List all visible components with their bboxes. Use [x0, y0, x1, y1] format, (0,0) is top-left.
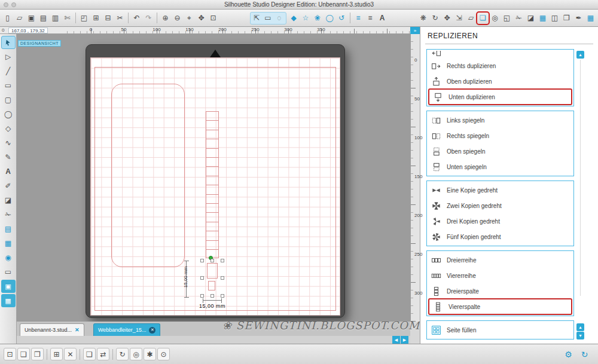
- save-icon[interactable]: ▣: [26, 13, 37, 24]
- select-icon[interactable]: ⇱: [251, 13, 263, 24]
- effects-panel-icon[interactable]: ❋: [417, 13, 429, 24]
- replicate-option-rotate-three[interactable]: Drei Kopien gedreht: [427, 213, 573, 229]
- minimize-window-icon[interactable]: [11, 2, 16, 7]
- shape-flower-icon[interactable]: ❀: [312, 13, 324, 24]
- shear-panel-icon[interactable]: ▱: [465, 13, 477, 24]
- modify-panel-icon[interactable]: ◱: [501, 13, 512, 24]
- replicate-option-rotate-one[interactable]: Eine Kopie gedreht: [427, 182, 573, 198]
- selection-handle[interactable]: [210, 259, 214, 262]
- undo-icon[interactable]: ↶: [131, 13, 142, 24]
- small-cell-shape[interactable]: [208, 281, 215, 290]
- panel-scroll-down-icon[interactable]: ▼: [576, 332, 584, 339]
- design-canvas[interactable]: 15,00 mm 15,00 mm: [17, 34, 410, 322]
- pages-panel-icon[interactable]: ❐: [561, 13, 572, 24]
- replicate-option-row-of-four[interactable]: Viererreihe: [427, 268, 573, 283]
- selection-handle[interactable]: [200, 259, 204, 262]
- redo-icon[interactable]: ↷: [143, 13, 154, 24]
- select-tool-icon[interactable]: [1, 36, 16, 49]
- select-all-icon[interactable]: ⊡: [4, 348, 16, 360]
- line-tool-icon[interactable]: ╱: [1, 65, 16, 78]
- rotate-object-icon[interactable]: ↻: [116, 348, 129, 360]
- replicate-option-mirror-down[interactable]: Unten spiegeln: [427, 159, 573, 175]
- polygon-tool-icon[interactable]: ◇: [1, 122, 16, 135]
- selection-handle[interactable]: [200, 276, 204, 280]
- pixscan-panel-icon[interactable]: ▦: [537, 13, 548, 24]
- replicate-option-column-of-four[interactable]: Viererspalte: [429, 299, 572, 314]
- panel-scroll-up2-icon[interactable]: ▲: [576, 323, 584, 331]
- window-tool-icon[interactable]: ▭: [1, 265, 16, 279]
- move-panel-icon[interactable]: ✥: [441, 13, 453, 24]
- sync-icon[interactable]: ↻: [578, 348, 591, 360]
- pan-icon[interactable]: ✥: [196, 13, 207, 24]
- text-tool-icon[interactable]: A: [1, 165, 16, 178]
- selected-cell-shape[interactable]: [207, 263, 218, 279]
- selection-handle[interactable]: [221, 259, 224, 262]
- knife-tool-icon[interactable]: ✁: [1, 208, 16, 221]
- group-icon[interactable]: ❏: [17, 348, 30, 360]
- open-icon[interactable]: ▱: [14, 13, 25, 24]
- replicate-option-duplicate-up[interactable]: Oben duplizieren: [427, 74, 573, 89]
- point-edit-tool-icon[interactable]: ▷: [1, 50, 16, 63]
- replicate-option-mirror-right[interactable]: Rechts spiegeln: [427, 128, 573, 143]
- rounded-rectangle-tool-icon[interactable]: ▢: [1, 93, 16, 106]
- notes-tool-icon[interactable]: ✐: [1, 179, 16, 192]
- center-object-icon[interactable]: ◎: [130, 348, 142, 360]
- draw-tool-icon[interactable]: ✎: [1, 151, 16, 164]
- close-window-icon[interactable]: [4, 2, 8, 7]
- eraser-tool-icon[interactable]: ◪: [1, 194, 16, 207]
- offset-panel-icon[interactable]: ◎: [489, 13, 501, 24]
- replicate-option-column-of-three[interactable]: Dreierspalte: [427, 283, 573, 299]
- shape-circle-icon[interactable]: ◯: [324, 13, 335, 24]
- replicate-option-fill-page[interactable]: Seite füllen: [427, 322, 573, 338]
- grid-panel-icon[interactable]: ▦: [585, 13, 596, 24]
- tab-webbandleiter[interactable]: Webbandleiter_15... ✕: [93, 323, 160, 336]
- attach-icon[interactable]: ⊙: [157, 348, 170, 360]
- shape-pentagon-icon[interactable]: ◆: [288, 13, 300, 24]
- send-to-silhouette-icon[interactable]: ✄: [62, 13, 73, 24]
- rectangle-tool-icon[interactable]: ▭: [1, 79, 16, 92]
- new-document-icon[interactable]: ▯: [2, 13, 13, 24]
- replicate-option-duplicate-right[interactable]: Rechts duplizieren: [427, 58, 573, 74]
- replicate-option-mirror-left[interactable]: Links spiegeln: [427, 112, 573, 128]
- panel-expand-button[interactable]: »: [410, 27, 420, 34]
- save-library-icon[interactable]: ▤: [38, 13, 49, 24]
- zoom-out-icon[interactable]: ⊖: [172, 13, 183, 24]
- rounded-rectangle-shape[interactable]: [111, 84, 185, 267]
- replicate-option-rotate-two[interactable]: Zwei Kopien gedreht: [427, 198, 573, 213]
- replicate-option-rotate-five[interactable]: Fünf Kopien gedreht: [427, 229, 573, 244]
- tab-unbenannt[interactable]: Unbenannt-3.stud... ✕: [20, 323, 84, 336]
- scroll-right-icon[interactable]: ▶: [401, 336, 408, 344]
- ladder-strip-shape[interactable]: [206, 111, 219, 258]
- window-controls[interactable]: [4, 2, 16, 7]
- page-thumbnail2-icon[interactable]: ▦: [1, 294, 16, 307]
- paste-icon[interactable]: ⊟: [102, 13, 114, 24]
- tab-close-icon[interactable]: ✕: [75, 327, 80, 333]
- fit-page-icon[interactable]: ⊡: [208, 13, 219, 24]
- ellipse-tool-icon[interactable]: ◯: [1, 108, 16, 121]
- replicate-option-mirror-up[interactable]: Oben spiegeln: [427, 143, 573, 159]
- zoom-drag-icon[interactable]: ⌖: [184, 13, 195, 24]
- lasso-icon[interactable]: ◌: [274, 13, 285, 24]
- line-style-icon[interactable]: ≡: [365, 13, 376, 24]
- layers-panel-icon[interactable]: ◫: [549, 13, 560, 24]
- selection-handle[interactable]: [221, 294, 224, 298]
- shape-star-icon[interactable]: ☆: [300, 13, 312, 24]
- knife-panel-icon[interactable]: ✁: [513, 13, 524, 24]
- mirror-pair-icon[interactable]: ⇄: [97, 348, 109, 360]
- panel-scrollbar-track[interactable]: [580, 60, 581, 296]
- scroll-left-icon[interactable]: ◀: [392, 336, 400, 344]
- cut-icon[interactable]: ✂: [114, 13, 126, 24]
- page-thumbnail-icon[interactable]: ▣: [1, 280, 16, 293]
- copy-icon[interactable]: ⊞: [90, 13, 102, 24]
- preferences-gear-icon[interactable]: ⚙: [562, 348, 575, 360]
- panel-scroll-up-icon[interactable]: ▲: [576, 51, 584, 59]
- selection-handle[interactable]: [221, 276, 224, 280]
- page-setup-icon[interactable]: ▤: [1, 222, 16, 235]
- replicate-panel-icon[interactable]: ❏: [477, 13, 489, 24]
- zoom-in-icon[interactable]: ⊕: [160, 13, 171, 24]
- selection-handle[interactable]: [210, 294, 214, 298]
- print-icon[interactable]: ▥: [50, 13, 61, 24]
- trace-icon[interactable]: ◰: [78, 13, 90, 24]
- curve-tool-icon[interactable]: ∿: [1, 136, 16, 149]
- weld-icon[interactable]: ✱: [144, 348, 156, 360]
